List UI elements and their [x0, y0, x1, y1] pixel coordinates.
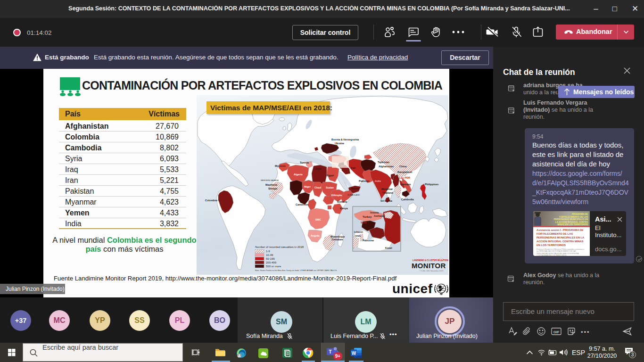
svg-text:Sudan: Sudan [326, 186, 334, 189]
svg-text:Lao PDR: Lao PDR [399, 176, 410, 179]
svg-text:Niger: Niger [304, 185, 311, 188]
svg-text:Angola: Angola [311, 234, 320, 237]
svg-text:Tunisia: Tunisia [300, 161, 309, 164]
svg-text:Sri Lanka: Sri Lanka [380, 199, 393, 202]
svg-text:Afghanistan: Afghanistan [379, 165, 394, 168]
svg-text:MONITOR: MONITOR [412, 262, 446, 270]
svg-text:Somalia: Somalia [337, 200, 347, 203]
svg-text:1-9: 1-9 [266, 250, 270, 253]
svg-text:Number of recorded casualties: Number of recorded casualties in 2018 [255, 246, 304, 248]
svg-text:Algeria: Algeria [294, 173, 303, 176]
svg-text:WESTERN SAHARA: WESTERN SAHARA [261, 179, 279, 181]
svg-text:Zimbabwe: Zimbabwe [331, 238, 343, 241]
svg-text:Bosnia & Herzegovina: Bosnia & Herzegovina [331, 138, 359, 141]
svg-text:200-499: 200-499 [266, 261, 277, 264]
svg-text:Colombia: Colombia [205, 199, 217, 202]
svg-text:Ethiopia: Ethiopia [331, 194, 342, 197]
svg-text:Lebanon: Lebanon [354, 231, 363, 233]
svg-text:W: W [352, 351, 356, 356]
svg-text:China: China [399, 165, 407, 168]
svg-text:Pakistan: Pakistan [359, 180, 370, 182]
svg-text:Armenia: Armenia [370, 212, 379, 214]
svg-text:Mauritania: Mauritania [265, 183, 277, 186]
svg-text:Myanmar: Myanmar [381, 188, 393, 190]
svg-text:Chad: Chad [314, 186, 321, 189]
svg-text:Egypt: Egypt [327, 174, 334, 177]
svg-text:Note: States Parties to the Mi: Note: States Parties to the Mine Ban Tre… [255, 269, 337, 272]
svg-text:Syria: Syria [361, 221, 366, 224]
svg-text:Cambodia: Cambodia [401, 198, 414, 201]
svg-text:50-199: 50-199 [266, 257, 275, 260]
svg-text:Yemen: Yemen [351, 187, 359, 190]
svg-text:Iran: Iran [351, 166, 356, 169]
svg-text:Azerbaijan: Azerbaijan [374, 215, 385, 217]
svg-text:India: India [375, 180, 381, 182]
svg-text:SOMALILAND: SOMALILAND [347, 194, 360, 196]
svg-text:GIF: GIF [553, 330, 560, 334]
svg-text:500 or more: 500 or more [266, 265, 281, 268]
svg-text:Senégal: Senégal [268, 187, 278, 190]
svg-text:10-49: 10-49 [266, 254, 273, 256]
svg-text:Thailand: Thailand [382, 191, 393, 194]
svg-text:Philippines: Philippines [425, 183, 438, 186]
svg-text:Kenya: Kenya [340, 207, 348, 210]
svg-text:Bangladesh: Bangladesh [397, 171, 413, 173]
svg-text:Ukraine: Ukraine [335, 142, 344, 145]
svg-text:Kuwait: Kuwait [385, 247, 392, 249]
svg-text:DRC: DRC [315, 218, 321, 221]
svg-text:Cameroon: Cameroon [296, 203, 309, 206]
svg-text:T: T [329, 349, 332, 354]
svg-text:Palestine: Palestine [363, 239, 374, 242]
svg-text:ISRAEL: ISRAEL [355, 235, 361, 237]
svg-text:Libya: Libya [314, 167, 322, 170]
svg-text:Morocco: Morocco [275, 165, 286, 167]
svg-text:Tajikistan: Tajikistan [378, 161, 390, 164]
svg-text:Vietnam: Vietnam [401, 183, 411, 186]
svg-text:Turkey: Turkey [363, 215, 372, 218]
svg-text:© ICBL-CMC November 2019: © ICBL-CMC November 2019 [420, 270, 443, 272]
